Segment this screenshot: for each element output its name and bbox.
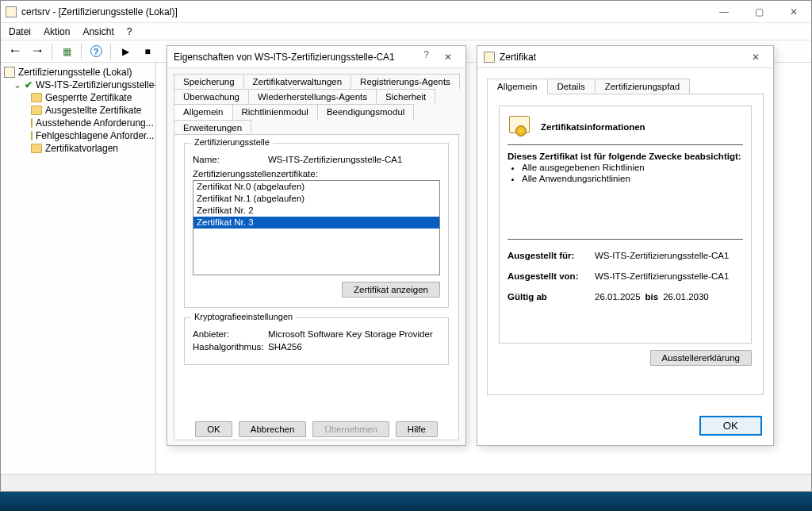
- tab-beendigungsmodul[interactable]: Beendigungsmodul: [317, 104, 414, 120]
- properties-dialog: Eigenschaften von WS-ITS-Zertifizierungs…: [167, 45, 466, 446]
- separator: [508, 239, 743, 240]
- issued-to-value: WS-ITS-Zertifizierungsstelle-CA1: [595, 251, 729, 260]
- tree-item-templates[interactable]: Zertifikatvorlagen: [1, 142, 155, 155]
- tree-item-revoked[interactable]: Gesperrte Zertifikate: [1, 91, 155, 104]
- properties-titlebar[interactable]: Eigenschaften von WS-ITS-Zertifizierungs…: [167, 46, 465, 68]
- menu-ansicht[interactable]: Ansicht: [82, 26, 113, 37]
- tree-ca-label: WS-ITS-Zertifizierungsstelle-C...: [36, 79, 156, 90]
- ca-cert-listbox[interactable]: Zertifikat Nr.0 (abgelaufen) Zertifikat …: [193, 180, 440, 275]
- properties-close-button[interactable]: ✕: [437, 49, 459, 65]
- tab-ueberwachung[interactable]: Überwachung: [174, 89, 249, 104]
- chevron-down-icon[interactable]: ⌄: [13, 79, 21, 90]
- menu-aktion[interactable]: Aktion: [44, 26, 70, 37]
- menu-datei[interactable]: Datei: [9, 26, 31, 37]
- properties-title: Eigenschaften von WS-ITS-Zertifizierungs…: [174, 52, 395, 63]
- group-crypto: Kryptografieeinstellungen Anbieter: Micr…: [184, 317, 449, 365]
- tree-root-label: Zertifizierungsstelle (Lokal): [18, 67, 132, 78]
- titlebar[interactable]: certsrv - [Zertifizierungsstelle (Lokal)…: [1, 1, 811, 23]
- certificate-tabstrip: Allgemein Details Zertifizierungspfad: [487, 78, 764, 94]
- apply-button[interactable]: Übernehmen: [312, 421, 389, 437]
- ca-ok-icon: ✔: [25, 79, 33, 90]
- hash-value: SHA256: [268, 342, 302, 352]
- list-item[interactable]: Zertifikat Nr. 2: [193, 205, 439, 217]
- name-value: WS-ITS-Zertifizierungsstelle-CA1: [268, 155, 402, 164]
- cert-tab-zertpfad[interactable]: Zertifizierungspfad: [595, 79, 691, 94]
- nav-forward-button[interactable]: ⭢: [28, 42, 47, 61]
- list-item-selected[interactable]: Zertifikat Nr. 3: [193, 217, 439, 229]
- minimize-button[interactable]: —: [707, 1, 741, 23]
- toolbar-separator: [52, 44, 52, 60]
- certificate-title: Zertifikat: [500, 52, 536, 63]
- folder-icon: [31, 144, 42, 153]
- purpose-item: Alle Anwendungsrichtlinien: [522, 174, 743, 183]
- tab-richtlinienmodul[interactable]: Richtlinienmodul: [232, 104, 318, 120]
- ca-root-icon: [4, 67, 15, 78]
- purpose-item: Alle ausgegebenen Richtlinien: [522, 163, 743, 172]
- help-button[interactable]: Hilfe: [396, 421, 438, 437]
- certificate-titlebar[interactable]: Zertifikat ✕: [477, 46, 773, 68]
- properties-tab-body: Zertifizierungsstelle Name: WS-ITS-Zerti…: [174, 134, 459, 440]
- ok-button[interactable]: OK: [195, 421, 232, 437]
- hash-label: Hashalgorithmus:: [193, 342, 268, 352]
- folder-icon: [31, 106, 42, 115]
- properties-button[interactable]: ▦: [57, 42, 76, 61]
- certificate-ok-button[interactable]: OK: [699, 416, 762, 436]
- toolbar-separator: [81, 44, 82, 60]
- tab-speicherung[interactable]: Speicherung: [174, 74, 244, 89]
- toolbar-separator: [110, 44, 111, 60]
- purpose-intro: Dieses Zertifikat ist für folgende Zweck…: [508, 152, 741, 161]
- tree-ca[interactable]: ⌄ ✔ WS-ITS-Zertifizierungsstelle-C...: [1, 79, 155, 91]
- tab-sicherheit[interactable]: Sicherheit: [376, 89, 435, 104]
- group-crypto-legend: Kryptografieeinstellungen: [191, 312, 296, 321]
- tab-registrierungs-agents[interactable]: Registrierungs-Agents: [350, 74, 460, 89]
- tree-item-label: Gesperrte Zertifikate: [45, 92, 132, 103]
- tab-zertverwaltungen[interactable]: Zertifikatverwaltungen: [243, 74, 352, 89]
- tab-allgemein[interactable]: Allgemein: [174, 104, 233, 120]
- tree-pane[interactable]: Zertifizierungsstelle (Lokal) ⌄ ✔ WS-ITS…: [1, 63, 156, 491]
- play-button[interactable]: ▶: [116, 42, 135, 61]
- maximize-button[interactable]: ▢: [741, 1, 776, 23]
- tab-erweiterungen[interactable]: Erweiterungen: [174, 120, 251, 135]
- tree-item-pending[interactable]: Ausstehende Anforderung...: [1, 117, 155, 129]
- properties-tabstrip: Speicherung Zertifikatverwaltungen Regis…: [167, 68, 465, 134]
- issuer-statement-button[interactable]: Ausstellererklärung: [650, 350, 752, 366]
- menubar: Datei Aktion Ansicht ?: [1, 23, 811, 40]
- tree-root[interactable]: Zertifizierungsstelle (Lokal): [1, 66, 155, 79]
- name-label: Name:: [193, 155, 268, 164]
- nav-back-button[interactable]: ⭠: [6, 42, 25, 61]
- cert-list-label: Zertifizierungsstellenzertifikate:: [193, 169, 440, 179]
- certificate-close-button[interactable]: ✕: [745, 49, 767, 65]
- valid-to-value: 26.01.2030: [663, 292, 709, 302]
- window-title: certsrv - [Zertifizierungsstelle (Lokal)…: [21, 6, 178, 17]
- view-certificate-button[interactable]: Zertifikat anzeigen: [342, 282, 440, 298]
- tree-item-label: Ausstehende Anforderung...: [36, 117, 154, 129]
- tab-wiederherstellungs-agents[interactable]: Wiederherstellungs-Agents: [248, 89, 377, 104]
- tree-item-issued[interactable]: Ausgestellte Zertifikate: [1, 104, 155, 117]
- tree-item-failed[interactable]: Fehlgeschlagene Anforder...: [1, 129, 155, 142]
- cert-tab-details[interactable]: Details: [547, 79, 596, 94]
- group-ca-legend: Zertifizierungsstelle: [191, 137, 273, 147]
- certificate-dialog: Zertifikat ✕ Allgemein Details Zertifizi…: [477, 45, 774, 446]
- help-button[interactable]: ?: [86, 42, 105, 61]
- list-item[interactable]: Zertifikat Nr.0 (abgelaufen): [193, 181, 439, 193]
- stop-button[interactable]: ■: [138, 42, 157, 61]
- certificate-infobox: Zertifikatsinformationen Dieses Zertifik…: [499, 106, 752, 344]
- context-help-button[interactable]: ?: [423, 49, 429, 65]
- valid-from-label: Gültig ab: [508, 292, 595, 302]
- cert-tab-allgemein[interactable]: Allgemein: [487, 79, 548, 94]
- certificate-tab-body: Zertifikatsinformationen Dieses Zertifik…: [487, 94, 764, 395]
- valid-to-label: bis: [645, 292, 659, 302]
- issued-to-label: Ausgestellt für:: [508, 251, 595, 260]
- provider-label: Anbieter:: [193, 329, 268, 339]
- close-button[interactable]: ✕: [776, 1, 811, 23]
- help-icon: ?: [90, 45, 102, 57]
- cancel-button[interactable]: Abbrechen: [239, 421, 307, 437]
- list-item[interactable]: Zertifikat Nr.1 (abgelaufen): [193, 193, 439, 205]
- menu-help[interactable]: ?: [127, 26, 132, 37]
- group-ca: Zertifizierungsstelle Name: WS-ITS-Zerti…: [184, 143, 449, 308]
- taskbar[interactable]: [0, 492, 812, 511]
- app-icon: [6, 6, 17, 17]
- properties-button-row: OK Abbrechen Übernehmen Hilfe: [167, 421, 465, 437]
- statusbar: [1, 474, 811, 491]
- certificate-large-icon: [508, 116, 533, 138]
